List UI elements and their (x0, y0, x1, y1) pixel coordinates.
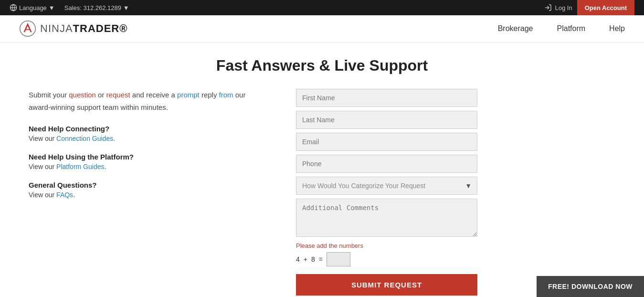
intro-paragraph: Submit your question or request and rece… (29, 89, 267, 113)
last-name-input[interactable] (296, 111, 477, 129)
main-nav: NINJATRADER® Brokerage Platform Help (0, 15, 644, 42)
captcha-equals: = (319, 255, 323, 263)
submit-button[interactable]: SUBMIT REQUEST (296, 274, 477, 296)
category-select-wrapper: How Would You Categorize Your Request Te… (296, 177, 477, 195)
first-name-input[interactable] (296, 89, 477, 107)
language-selector[interactable]: Language ▼ (10, 4, 55, 11)
email-input[interactable] (296, 133, 477, 151)
phone-input[interactable] (296, 155, 477, 173)
faqs-link[interactable]: FAQs (56, 191, 73, 199)
category-select[interactable]: How Would You Categorize Your Request Te… (296, 177, 477, 195)
connection-guides-link[interactable]: Connection Guides (56, 135, 113, 142)
captcha-row: 4 + 8 = (296, 252, 477, 266)
open-account-button[interactable]: Open Account (577, 0, 634, 15)
captcha-input[interactable] (327, 252, 350, 266)
platform-guides-link[interactable]: Platform Guides (56, 163, 104, 170)
help-platform-heading: Need Help Using the Platform? (29, 153, 267, 161)
nav-help[interactable]: Help (609, 24, 625, 33)
language-arrow: ▼ (49, 4, 55, 11)
captcha-num2: 8 (311, 255, 315, 263)
captcha-label: Please add the numbers (296, 242, 477, 249)
sales-info: Sales: 312.262.1289 ▼ (64, 4, 129, 11)
language-label: Language (19, 4, 47, 11)
help-section-general: General Questions? View our FAQs. (29, 181, 267, 199)
help-platform-text: View our Platform Guides. (29, 163, 267, 170)
globe-icon (10, 4, 17, 11)
help-general-text: View our FAQs. (29, 191, 267, 199)
login-icon (544, 4, 552, 11)
contact-form: How Would You Categorize Your Request Te… (296, 89, 477, 296)
content-grid: Submit your question or request and rece… (29, 89, 615, 296)
ninjatrader-logo-icon (19, 20, 36, 37)
main-content: Fast Answers & Live Support Submit your … (0, 42, 644, 297)
help-section-platform: Need Help Using the Platform? View our P… (29, 153, 267, 170)
left-column: Submit your question or request and rece… (29, 89, 267, 296)
help-section-connecting: Need Help Connecting? View our Connectio… (29, 125, 267, 142)
help-connecting-heading: Need Help Connecting? (29, 125, 267, 133)
top-bar: Language ▼ Sales: 312.262.1289 ▼ Log In … (0, 0, 644, 15)
nav-platform[interactable]: Platform (557, 24, 586, 33)
page-title: Fast Answers & Live Support (29, 57, 615, 74)
login-button[interactable]: Log In (544, 4, 572, 11)
captcha-plus: + (304, 255, 307, 263)
captcha-num1: 4 (296, 255, 300, 263)
nav-brokerage[interactable]: Brokerage (498, 24, 533, 33)
logo-text: NINJATRADER® (40, 22, 127, 35)
comments-textarea[interactable] (296, 199, 477, 237)
nav-links: Brokerage Platform Help (498, 24, 625, 33)
logo: NINJATRADER® (19, 20, 127, 37)
help-connecting-text: View our Connection Guides. (29, 135, 267, 142)
help-general-heading: General Questions? (29, 181, 267, 189)
download-banner[interactable]: FREE! DOWNLOAD NOW (537, 276, 644, 297)
sales-phone[interactable]: 312.262.1289 (83, 4, 121, 11)
